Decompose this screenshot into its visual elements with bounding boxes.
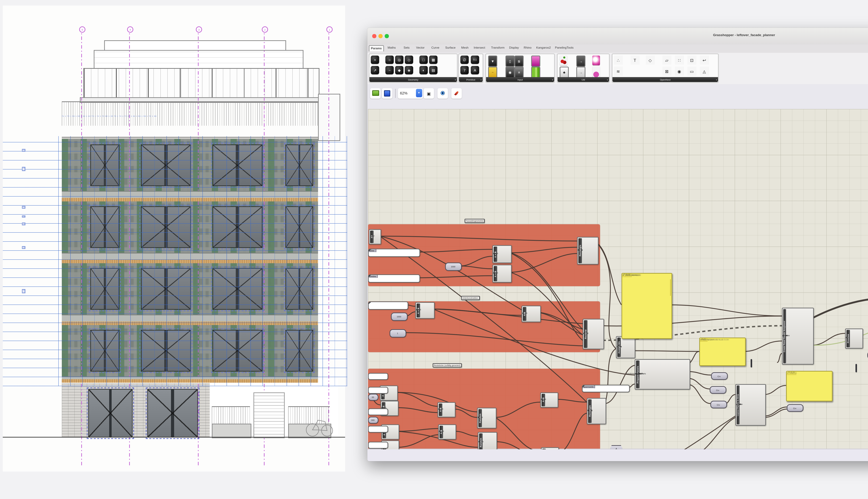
vector-param-icon[interactable]: ↗: [371, 66, 379, 74]
tab-params[interactable]: Params: [369, 46, 384, 51]
save-file-button[interactable]: [382, 88, 392, 98]
number-capsule[interactable]: 1000: [445, 263, 462, 271]
sheet-icon[interactable]: ▱: [662, 56, 671, 64]
gh-component-random[interactable]: RNS Random R: [477, 408, 496, 428]
gh-component-layout-panels[interactable]: panelsposition Layout Panels in Strip ou…: [735, 384, 766, 426]
gh-component-recgrid[interactable]: PSxSyExEy RecGrid CP: [582, 319, 604, 349]
number-param-icon[interactable]: 0.1: [471, 56, 479, 64]
text-param-icon[interactable]: A: [471, 66, 479, 74]
gh-component-create-panel-facade[interactable]: panelscolumnsxy Create Panel Facade Assg…: [782, 308, 814, 365]
group-label-primitive[interactable]: Primitive▾: [459, 77, 482, 82]
gh-component-aminb[interactable]: AB A-B R: [437, 402, 455, 417]
label-tool-icon[interactable]: T: [631, 56, 639, 64]
preview-visibility-button[interactable]: [438, 88, 448, 98]
surface-param-icon[interactable]: ◇: [405, 56, 413, 64]
colour-swatch-icon[interactable]: [531, 67, 540, 78]
knob-icon[interactable]: ◉: [505, 67, 515, 78]
gh-component-aminb[interactable]: AB A-B R: [438, 424, 456, 440]
dice-seed-icon[interactable]: ⊡: [687, 56, 696, 64]
wifi-icon[interactable]: ≋: [614, 67, 623, 76]
number-slider[interactable]: 0.625: [368, 301, 408, 310]
gh-component-aplusb[interactable]: AB A+B R: [541, 447, 559, 449]
gh-component-axb[interactable]: AB A×B R: [492, 265, 511, 283]
number-capsule[interactable]: 1000: [391, 313, 407, 321]
zoom-control[interactable]: 62% ▾: [398, 88, 423, 98]
stamp-icon[interactable]: ▭: [687, 67, 696, 76]
nest-points-icon[interactable]: ∴: [614, 56, 623, 64]
title-bar[interactable]: Grasshopper - leftover_facade_planner: [367, 28, 868, 45]
point-param-icon[interactable]: ×: [371, 56, 379, 64]
toggle-value[interactable]: True: [856, 365, 857, 367]
integer-param-icon[interactable]: 7: [461, 66, 469, 74]
number-capsule[interactable]: 0: [867, 351, 868, 359]
relay-light-icon[interactable]: →: [576, 67, 585, 78]
brep-param-icon[interactable]: ◐: [419, 66, 428, 74]
number-slider-cut[interactable]: [368, 373, 388, 380]
open-file-button[interactable]: [370, 88, 380, 98]
polygon-icon[interactable]: ◉: [675, 67, 684, 76]
relay-icon[interactable]: →: [576, 55, 585, 67]
mesh-param-icon[interactable]: ▦: [429, 56, 438, 64]
part-icon[interactable]: ◬: [700, 67, 709, 76]
twistedbox-param-icon[interactable]: ▤: [429, 66, 438, 74]
boolean-toggle[interactable]: Toggle True: [750, 359, 752, 367]
boolean-toggle-icon[interactable]: ▯: [505, 55, 515, 67]
tab-panelingtools[interactable]: PanelingTools: [553, 46, 575, 50]
tab-vector[interactable]: Vector: [415, 46, 426, 50]
curve-param-capsule[interactable]: Crv: [709, 386, 726, 394]
number-capsule-cut[interactable]: 000: [368, 417, 378, 424]
circle-param-icon[interactable]: ○: [386, 56, 394, 64]
curve-param-capsule[interactable]: Crv: [710, 401, 727, 409]
gh-component-rectangle[interactable]: PXYR Rectangle RL: [577, 237, 598, 265]
number-slider-cut[interactable]: [368, 387, 388, 394]
number-capsule-cut[interactable]: 00: [368, 394, 378, 401]
slider-handle-icon[interactable]: [368, 301, 370, 304]
pink-capsule-icon[interactable]: [592, 55, 600, 65]
box-param-icon[interactable]: □: [419, 56, 428, 64]
cherry-picker-icon[interactable]: [560, 55, 567, 65]
curve-param-capsule[interactable]: Crv: [786, 404, 803, 412]
data-panel-points[interactable]: {0;0;0} 0 {0, 0, 0}1 {0, 2622, 0} {0;0;1…: [621, 273, 672, 339]
data-panel-skipping[interactable]: {0;0} skipping part with id:0 #c7cffb3b-…: [699, 338, 745, 366]
zoom-extents-button[interactable]: ▣: [424, 88, 434, 98]
tab-mesh[interactable]: Mesh: [460, 46, 470, 50]
leaf-icon[interactable]: ◇: [646, 56, 655, 64]
boolean-toggle[interactable]: Toggle True: [855, 364, 857, 372]
group-label-input[interactable]: Input▾: [486, 77, 554, 82]
zoom-dropdown-button[interactable]: ▾: [416, 89, 422, 97]
tab-intersect[interactable]: Intersect: [472, 46, 487, 50]
flask-icon[interactable]: [592, 67, 600, 77]
gh-component-axb[interactable]: AB A×B R: [492, 245, 511, 263]
panel-scrollbar[interactable]: [670, 279, 671, 296]
gh-component-assign-ids[interactable]: x Assign Ids outa: [615, 336, 635, 358]
gh-component-preview[interactable]: GM Preview: [845, 329, 863, 349]
gh-component-aplusb[interactable]: AB A+B R: [540, 392, 558, 408]
line-param-icon[interactable]: ◆: [395, 66, 403, 74]
tab-surface[interactable]: Surface: [444, 46, 457, 50]
plane-param-icon[interactable]: ◈: [405, 66, 413, 74]
group-tag[interactable]: Fassadengeometrie: [464, 219, 485, 223]
cut-box-icon[interactable]: ⊠: [662, 67, 671, 76]
gh-component-xy[interactable]: XY P: [368, 229, 381, 244]
gh-component-rectangle[interactable]: PXYR Rectangle RL: [586, 398, 606, 424]
tree-icon[interactable]: ♣: [560, 67, 569, 78]
data-panel-empty[interactable]: {0;0;0} 0 <empty>: [786, 371, 832, 401]
tab-display[interactable]: Display: [508, 46, 521, 50]
arc-param-icon[interactable]: ~: [386, 66, 394, 74]
tab-maths[interactable]: Maths: [386, 46, 397, 50]
gh-component-axb[interactable]: AB A×B R: [415, 302, 435, 319]
tab-kangaroo2[interactable]: Kangaroo2: [535, 46, 552, 50]
tab-sets[interactable]: Sets: [402, 46, 411, 50]
shape-set-icon[interactable]: ∷: [675, 56, 684, 64]
redraw-button[interactable]: [451, 88, 462, 98]
group-tag[interactable]: Unterkonstruktion: [461, 296, 479, 300]
import-icon[interactable]: ▼: [488, 55, 497, 67]
group-label-geometry[interactable]: Geometry▾: [369, 77, 457, 82]
gh-canvas[interactable]: Fassadengeometrie Unterkonstruktion Rest…: [368, 109, 868, 449]
gh-component-random[interactable]: RNS Random R: [477, 432, 497, 449]
number-slider-breite[interactable]: breite 12.400: [368, 248, 420, 257]
tab-transform[interactable]: Transform: [490, 46, 506, 50]
null-item-icon[interactable]: ∅: [461, 56, 469, 64]
number-slider-cut[interactable]: [368, 409, 388, 415]
number-capsule[interactable]: 1: [389, 329, 406, 338]
